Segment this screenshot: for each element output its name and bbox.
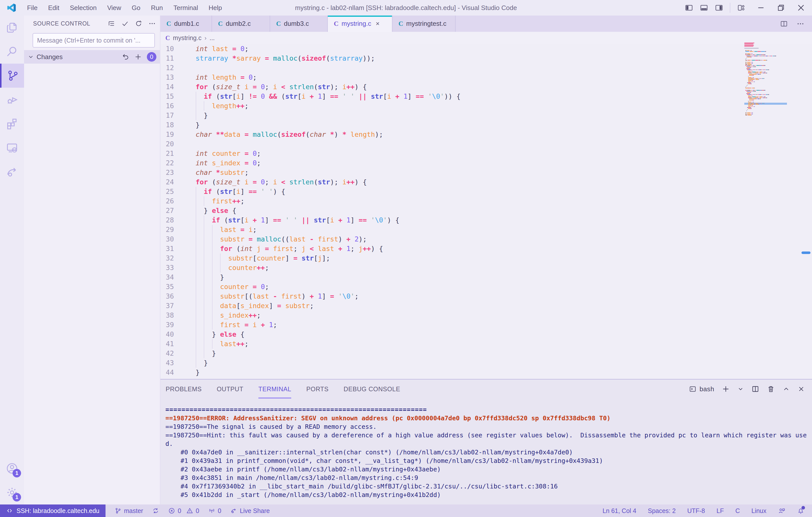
layout-sidebar-right-icon[interactable] xyxy=(715,3,723,12)
code-line[interactable]: 26 first++; xyxy=(161,196,812,206)
activity-run-debug-icon[interactable] xyxy=(0,88,24,112)
code-line[interactable]: 25 if (str[i] == ' ') { xyxy=(161,187,812,196)
tab-dumb2.c[interactable]: Cdumb2.c xyxy=(212,16,270,32)
discard-changes-icon[interactable] xyxy=(122,53,129,61)
menu-file[interactable]: File xyxy=(23,3,42,13)
tab-dumb3.c[interactable]: Cdumb3.c xyxy=(270,16,328,32)
tab-dumb1.c[interactable]: Cdumb1.c xyxy=(161,16,212,32)
code-line[interactable]: 11 strarray *sarray = malloc(sizeof(stra… xyxy=(161,54,812,63)
code-line[interactable]: 22 int s_index = 0; xyxy=(161,158,812,168)
layout-sidebar-left-icon[interactable] xyxy=(685,3,693,12)
problems-status[interactable]: 0 0 xyxy=(168,507,199,515)
encoding[interactable]: UTF-8 xyxy=(687,507,705,515)
code-line[interactable]: 41 last++; xyxy=(161,339,812,349)
code-line[interactable]: 27 } else { xyxy=(161,206,812,215)
panel-tab-ports[interactable]: PORTS xyxy=(306,379,328,398)
panel-tab-output[interactable]: OUTPUT xyxy=(217,379,243,398)
new-terminal-icon[interactable] xyxy=(722,385,730,393)
refresh-icon[interactable] xyxy=(135,20,142,27)
menu-edit[interactable]: Edit xyxy=(44,3,64,13)
remote-indicator[interactable]: SSH: labradoodle.caltech.edu xyxy=(0,505,106,517)
code-line[interactable]: 17 } xyxy=(161,111,812,120)
menu-view[interactable]: View xyxy=(103,3,126,13)
stage-all-plus-icon[interactable] xyxy=(134,53,142,61)
sync-status[interactable] xyxy=(152,507,159,514)
tab-mystring.c[interactable]: Cmystring.c× xyxy=(328,16,393,32)
code-line[interactable]: 36 substr[(last - first) + 1] = '\0'; xyxy=(161,292,812,301)
activity-live-share-icon[interactable] xyxy=(0,160,24,184)
activity-search-icon[interactable] xyxy=(0,39,24,64)
code-line[interactable]: 21 int counter = 0; xyxy=(161,149,812,158)
code-line[interactable]: 15 if (str[i] != 0 && (str[i + 1] == ' '… xyxy=(161,92,812,101)
split-terminal-icon[interactable] xyxy=(751,385,759,393)
customize-layout-icon[interactable] xyxy=(737,3,745,12)
code-line[interactable]: 37 data[s_index] = substr; xyxy=(161,301,812,311)
code-editor[interactable]: 10 int last = 0;11 strarray *sarray = ma… xyxy=(161,44,812,379)
menu-go[interactable]: Go xyxy=(127,3,145,13)
code-line[interactable]: 13 int length = 0; xyxy=(161,73,812,82)
panel-tab-terminal[interactable]: TERMINAL xyxy=(258,379,291,398)
code-line[interactable]: 14 for (size_t i = 0; i < strlen(str); i… xyxy=(161,82,812,92)
activity-settings-icon[interactable]: 1 xyxy=(0,480,24,505)
shell-chip[interactable]: bash xyxy=(689,385,714,393)
language-mode[interactable]: C xyxy=(735,507,740,515)
code-line[interactable]: 45 sarray->data = data; xyxy=(161,377,812,379)
editor-more-actions-icon[interactable] xyxy=(796,20,805,28)
terminal-output[interactable]: ========================================… xyxy=(166,405,811,503)
code-line[interactable]: 39 first = i + 1; xyxy=(161,320,812,330)
activity-extensions-icon[interactable] xyxy=(0,112,24,136)
code-line[interactable]: 12 xyxy=(161,63,812,73)
minimap[interactable] xyxy=(744,42,787,120)
menu-run[interactable]: Run xyxy=(146,3,167,13)
menu-terminal[interactable]: Terminal xyxy=(169,3,203,13)
commit-check-icon[interactable] xyxy=(121,20,129,27)
cursor-position[interactable]: Ln 61, Col 4 xyxy=(603,507,636,515)
close-panel-icon[interactable] xyxy=(798,385,805,393)
split-editor-icon[interactable] xyxy=(780,20,788,28)
breadcrumb[interactable]: C mystring.c › ... xyxy=(161,32,812,44)
code-line[interactable]: 19 char **data = malloc(sizeof(char *) *… xyxy=(161,130,812,139)
activity-source-control-icon[interactable] xyxy=(0,64,24,88)
branch-status[interactable]: master xyxy=(115,507,143,515)
tab-mystringtest.c[interactable]: Cmystringtest.c xyxy=(393,16,456,32)
close-tab-icon[interactable]: × xyxy=(376,20,379,28)
activity-explorer-icon[interactable] xyxy=(0,16,24,39)
activity-remote-explorer-icon[interactable] xyxy=(0,136,24,160)
close-window-button[interactable] xyxy=(796,3,806,12)
minimize-button[interactable] xyxy=(756,3,765,12)
code-line[interactable]: 33 counter++; xyxy=(161,263,812,273)
layout-panel-icon[interactable] xyxy=(700,3,708,12)
feedback-button[interactable] xyxy=(778,507,785,515)
maximize-panel-icon[interactable] xyxy=(782,385,790,393)
eol-sequence[interactable]: LF xyxy=(717,507,724,515)
code-line[interactable]: 10 int last = 0; xyxy=(161,44,812,54)
code-line[interactable]: 16 length++; xyxy=(161,101,812,111)
breadcrumb-more[interactable]: ... xyxy=(209,34,215,41)
activity-accounts-icon[interactable]: 1 xyxy=(0,456,24,480)
forwarded-ports-status[interactable]: 0 xyxy=(208,507,221,515)
code-line[interactable]: 35 counter = 0; xyxy=(161,282,812,292)
panel-tab-debug-console[interactable]: DEBUG CONSOLE xyxy=(344,379,400,398)
breadcrumb-file[interactable]: mystring.c xyxy=(173,34,202,41)
code-line[interactable]: 18 } xyxy=(161,120,812,130)
terminal-dropdown-icon[interactable] xyxy=(737,386,744,392)
restore-button[interactable] xyxy=(776,3,785,12)
code-line[interactable]: 31 for (int j = first; j < last + 1; j++… xyxy=(161,244,812,253)
menu-selection[interactable]: Selection xyxy=(65,3,101,13)
code-line[interactable]: 20 xyxy=(161,139,812,149)
live-share-status[interactable]: Live Share xyxy=(230,507,270,515)
code-line[interactable]: 24 for (size_t i = 0; i < strlen(str); i… xyxy=(161,177,812,187)
code-line[interactable]: 29 last = i; xyxy=(161,225,812,235)
view-as-tree-icon[interactable] xyxy=(108,20,115,27)
kill-terminal-trash-icon[interactable] xyxy=(767,385,775,393)
code-line[interactable]: 44 } xyxy=(161,368,812,377)
code-line[interactable]: 42 } xyxy=(161,349,812,358)
changes-section-header[interactable]: Changes 0 xyxy=(24,50,160,64)
code-line[interactable]: 30 substr = malloc((last - first) + 2); xyxy=(161,235,812,244)
remote-os[interactable]: Linux xyxy=(751,507,766,515)
code-line[interactable]: 34 } xyxy=(161,273,812,282)
indentation[interactable]: Spaces: 2 xyxy=(648,507,676,515)
panel-tab-problems[interactable]: PROBLEMS xyxy=(166,379,202,398)
code-line[interactable]: 23 char *substr; xyxy=(161,168,812,177)
notifications-button[interactable] xyxy=(797,507,805,515)
